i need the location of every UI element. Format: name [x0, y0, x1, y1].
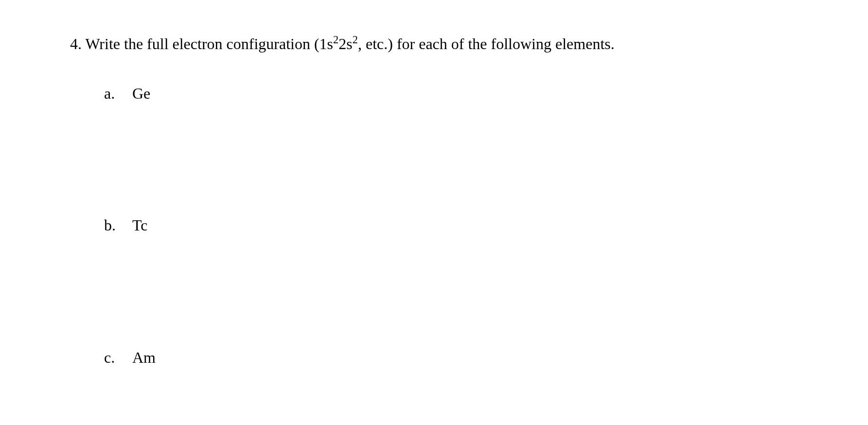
item-letter-b: b.	[104, 215, 128, 236]
list-item: b. Tc	[70, 215, 868, 236]
list-item: a. Ge	[70, 84, 868, 104]
item-symbol-am: Am	[132, 348, 156, 368]
question-text: 4. Write the full electron configuration…	[70, 34, 868, 54]
list-item: c. Am	[70, 348, 868, 368]
item-symbol-tc: Tc	[132, 215, 148, 236]
question-part2: 2s	[338, 35, 352, 53]
question-sup2: 2	[353, 34, 358, 46]
document-content: 4. Write the full electron configuration…	[0, 0, 868, 368]
question-part1: Write the full electron configuration (1…	[82, 35, 333, 53]
question-sup1: 2	[333, 34, 338, 46]
item-letter-a: a.	[104, 84, 128, 104]
item-letter-c: c.	[104, 348, 128, 368]
question-part3: , etc.) for each of the following elemen…	[358, 35, 615, 53]
item-symbol-ge: Ge	[132, 84, 150, 104]
question-number: 4.	[70, 35, 82, 53]
